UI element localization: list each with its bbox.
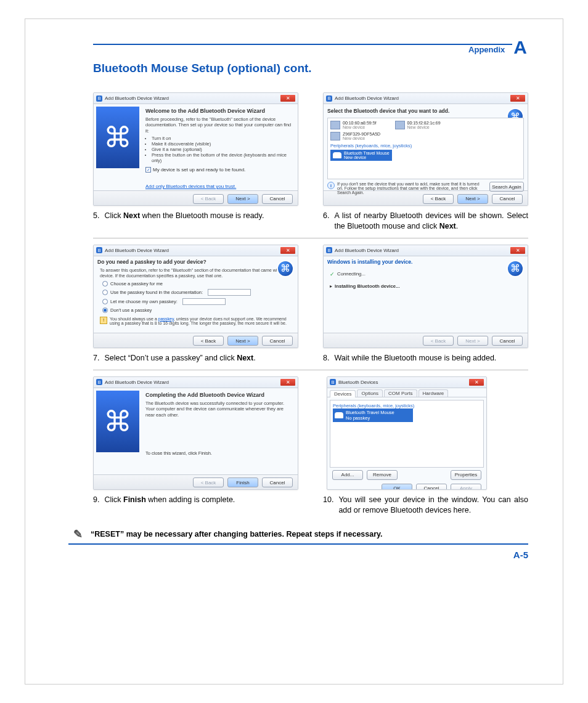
page-frame: Appendix A Bluetooth Mouse Setup (option…	[25, 18, 563, 685]
window-title: Add Bluetooth Device Wizard	[335, 95, 399, 101]
wizard-heading: Completing the Add Bluetooth Device Wiza…	[145, 392, 294, 398]
bluetooth-icon: B	[96, 247, 102, 253]
bluetooth-icon: B	[96, 379, 102, 385]
cancel-button[interactable]: Cancel	[492, 336, 523, 346]
bullet: Make it discoverable (visible)	[152, 141, 294, 147]
prompt-text: Select the Bluetooth device that you wan…	[324, 105, 528, 116]
bluetooth-icon: B	[330, 379, 336, 385]
caption-step5: 5. Click Next when the Bluetooth mouse i…	[93, 211, 298, 221]
bullet: Give it a name (optional)	[152, 147, 294, 152]
warning-text: You should always use a passkey, unless …	[110, 317, 292, 325]
device-item[interactable]: 00:10:60:a8:59:5fNew device	[330, 121, 377, 129]
note-icon: ✎	[71, 527, 84, 541]
peripherals-group: Peripherals (keyboards, mice, joysticks)	[333, 403, 481, 408]
sub-text: To answer this question, refer to the "B…	[94, 266, 298, 280]
trust-link[interactable]: Add only Bluetooth devices that you trus…	[145, 184, 294, 189]
wizard-completion-text: The Bluetooth device was successfully co…	[145, 400, 294, 418]
bluetooth-banner: ⌘	[96, 391, 139, 452]
apply-button: Apply	[451, 484, 481, 490]
screenshot-step6: B Add Bluetooth Device Wizard ✕ Select t…	[323, 92, 528, 206]
screenshot-step9: B Add Bluetooth Device Wizard ✕ ⌘ Comple…	[93, 376, 298, 490]
wizard-intro: Before proceeding, refer to the "Bluetoo…	[145, 116, 294, 134]
caption-step9: 9. Click Finish when adding is complete.	[93, 495, 298, 505]
passkey-input[interactable]	[208, 289, 251, 296]
close-instruction: To close this wizard, click Finish.	[145, 450, 212, 456]
ready-checkbox[interactable]: ✓My device is set up and ready to be fou…	[145, 167, 294, 173]
bluetooth-icon: B	[326, 247, 332, 253]
window-title: Add Bluetooth Device Wizard	[335, 248, 399, 253]
screenshot-step10: B Bluetooth Devices ✕ Devices Options CO…	[327, 376, 487, 490]
selected-device[interactable]: Bluetooth Travel MouseNew device	[330, 150, 392, 161]
device-item[interactable]: 00:15:f2:82:1c:69New device	[395, 121, 441, 129]
radio-none[interactable]: Don't use a passkey	[94, 306, 298, 314]
status-installing: Installing Bluetooth device...	[335, 283, 400, 289]
device-item[interactable]: Bluetooth Travel MouseNo passkey	[333, 408, 413, 422]
close-icon: ✕	[280, 247, 295, 254]
remove-button[interactable]: Remove	[367, 470, 398, 480]
close-icon: ✕	[280, 95, 295, 102]
header-rule: Appendix A	[93, 44, 528, 57]
tab-hardware[interactable]: Hardware	[419, 389, 449, 397]
window-title: Add Bluetooth Device Wizard	[105, 248, 169, 253]
next-button[interactable]: Next >	[227, 194, 258, 204]
back-button[interactable]: < Back	[193, 194, 224, 204]
caption-step7: 7. Select “Don’t use a passkey” and clic…	[93, 353, 298, 364]
prompt-text: Do you need a passkey to add your device…	[94, 256, 298, 266]
close-icon: ✕	[469, 379, 484, 386]
wizard-heading: Welcome to the Add Bluetooth Device Wiza…	[145, 108, 294, 114]
finish-button[interactable]: Finish	[227, 477, 258, 487]
ok-button[interactable]: OK	[382, 484, 412, 490]
radio-doc[interactable]: Use the passkey found in the documentati…	[94, 288, 298, 297]
peripherals-group: Peripherals (keyboards, mice, joysticks)	[330, 143, 521, 148]
device-item[interactable]: Z96F329-9DF5A5DNew device	[330, 132, 521, 140]
passkey-link[interactable]: passkey	[158, 317, 174, 321]
window-title: Add Bluetooth Device Wizard	[105, 95, 169, 101]
window-title: Bluetooth Devices	[338, 380, 378, 385]
device-list[interactable]: 00:10:60:a8:59:5fNew device 00:15:f2:82:…	[327, 118, 524, 179]
tab-bar: Devices Options COM Ports Hardware	[327, 388, 486, 397]
tab-options[interactable]: Options	[357, 389, 383, 397]
next-button: Next >	[457, 336, 488, 346]
window-title: Add Bluetooth Device Wizard	[105, 380, 169, 385]
tab-comports[interactable]: COM Ports	[384, 389, 417, 397]
passkey-input[interactable]	[182, 298, 226, 305]
close-icon: ✕	[510, 247, 525, 254]
bluetooth-banner: ⌘	[96, 107, 139, 168]
page-title: Bluetooth Mouse Setup (optional) cont.	[93, 62, 528, 75]
warning-icon: !	[100, 317, 107, 324]
close-icon: ✕	[510, 95, 525, 102]
next-button[interactable]: Next >	[227, 336, 258, 346]
bullet: Turn it on	[152, 136, 294, 141]
caption-step6: 6. A list of nearby Bluetooth devices wi…	[323, 211, 528, 232]
info-text: If you don't see the device that you wan…	[337, 182, 484, 195]
radio-choose[interactable]: Choose a passkey for me	[94, 280, 298, 288]
cancel-button[interactable]: Cancel	[416, 484, 447, 490]
devices-panel: Peripherals (keyboards, mice, joysticks)…	[330, 400, 484, 468]
bluetooth-icon: B	[96, 95, 102, 102]
page-number: A-5	[93, 550, 528, 560]
bluetooth-badge-icon: ⌘	[507, 260, 524, 277]
reset-note: ✎ “RESET” may be necessary after changin…	[68, 525, 528, 545]
cancel-button[interactable]: Cancel	[262, 194, 293, 204]
close-icon: ✕	[280, 379, 295, 386]
radio-own[interactable]: Let me choose my own passkey:	[94, 297, 298, 306]
bluetooth-badge-icon: ⌘	[277, 260, 294, 277]
search-again-button[interactable]: Search Again	[489, 182, 524, 192]
screenshot-step8: B Add Bluetooth Device Wizard ✕ Windows …	[323, 245, 528, 348]
screenshot-step7: B Add Bluetooth Device Wizard ✕ Do you n…	[93, 245, 298, 348]
bullet: Press the button on the bottom of the de…	[152, 152, 294, 163]
appendix-letter: A	[512, 38, 528, 57]
add-button[interactable]: Add...	[332, 470, 363, 480]
properties-button[interactable]: Properties	[451, 470, 481, 480]
tab-devices[interactable]: Devices	[330, 390, 356, 397]
info-icon: i	[327, 182, 335, 189]
cancel-button[interactable]: Cancel	[262, 336, 293, 346]
caption-step10: 10. You will see your device in the wind…	[323, 495, 528, 516]
back-button: < Back	[423, 336, 454, 346]
back-button: < Back	[193, 477, 224, 487]
cancel-button[interactable]: Cancel	[262, 477, 293, 487]
status-connecting: Connecting...	[337, 271, 365, 277]
caption-step8: 8. Wait while the Bluetooth mouse is bei…	[323, 353, 528, 364]
check-icon: ✓	[330, 271, 335, 277]
back-button[interactable]: < Back	[193, 336, 224, 346]
